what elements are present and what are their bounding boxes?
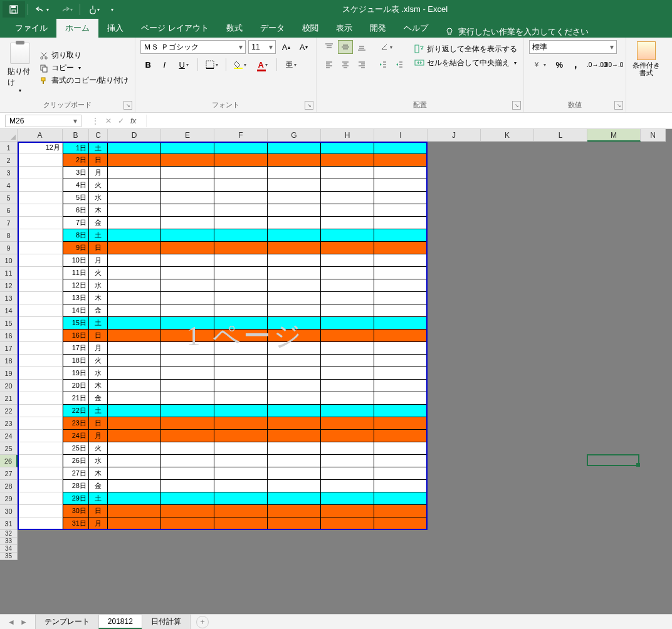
cell-J34[interactable]	[428, 545, 481, 553]
cell-D7[interactable]	[108, 217, 161, 229]
tab-home[interactable]: ホーム	[56, 19, 98, 38]
cell-N29[interactable]	[641, 492, 666, 505]
cell-B30[interactable]: 30日	[63, 505, 89, 517]
cell-G20[interactable]	[268, 380, 321, 392]
cell-I7[interactable]	[374, 217, 428, 229]
cell-L27[interactable]	[534, 467, 587, 480]
row-header-25[interactable]: 25	[0, 442, 18, 455]
cell-N16[interactable]	[641, 330, 666, 342]
cell-D12[interactable]	[108, 279, 161, 292]
cell-J29[interactable]	[428, 492, 481, 505]
cell-A27[interactable]	[18, 467, 63, 480]
cell-D33[interactable]	[108, 538, 161, 545]
tab-insert[interactable]: 挿入	[98, 19, 132, 38]
cell-B32[interactable]	[63, 530, 89, 538]
col-header-A[interactable]: A	[18, 129, 63, 142]
col-header-B[interactable]: B	[63, 129, 89, 142]
cell-G8[interactable]	[268, 229, 321, 242]
cell-B10[interactable]: 10日	[63, 254, 89, 267]
cell-H2[interactable]	[321, 154, 374, 167]
align-bottom-button[interactable]	[354, 40, 369, 54]
cell-B14[interactable]: 14日	[63, 304, 89, 317]
orientation-button[interactable]: ▾	[375, 40, 397, 54]
sheet-nav-prev[interactable]: ◄	[8, 618, 15, 626]
decrease-decimal-button[interactable]: .00→.0	[606, 58, 621, 71]
cell-B5[interactable]: 5日	[63, 192, 89, 204]
row-header-3[interactable]: 3	[0, 167, 18, 179]
cell-I16[interactable]	[374, 330, 428, 342]
cell-N34[interactable]	[641, 545, 666, 553]
cell-L20[interactable]	[534, 380, 587, 392]
cell-A16[interactable]	[18, 330, 63, 342]
cell-C30[interactable]: 日	[89, 505, 108, 517]
cell-K1[interactable]	[481, 142, 534, 154]
cell-F35[interactable]	[214, 553, 268, 560]
cell-F18[interactable]	[214, 355, 268, 367]
cell-C5[interactable]: 水	[89, 192, 108, 204]
cell-J28[interactable]	[428, 480, 481, 492]
cell-D8[interactable]	[108, 229, 161, 242]
cell-B18[interactable]: 18日	[63, 355, 89, 367]
cell-J27[interactable]	[428, 467, 481, 480]
cell-E4[interactable]	[161, 179, 214, 192]
cell-I21[interactable]	[374, 392, 428, 405]
cell-I9[interactable]	[374, 242, 428, 254]
paste-button[interactable]: 貼り付け ▾	[5, 40, 35, 96]
cell-K25[interactable]	[481, 442, 534, 455]
select-all-corner[interactable]	[0, 129, 18, 142]
cell-L1[interactable]	[534, 142, 587, 154]
cell-K27[interactable]	[481, 467, 534, 480]
cell-D21[interactable]	[108, 392, 161, 405]
touch-mode-button[interactable]: ▾	[83, 1, 105, 18]
cell-E3[interactable]	[161, 167, 214, 179]
cell-F29[interactable]	[214, 492, 268, 505]
cell-G35[interactable]	[268, 553, 321, 560]
cell-A13[interactable]	[18, 292, 63, 304]
cell-L12[interactable]	[534, 279, 587, 292]
cell-I26[interactable]	[374, 455, 428, 467]
cell-G10[interactable]	[268, 254, 321, 267]
cell-H31[interactable]	[321, 517, 374, 530]
cell-D34[interactable]	[108, 545, 161, 553]
cell-N21[interactable]	[641, 392, 666, 405]
cell-A33[interactable]	[18, 538, 63, 545]
qat-customize-button[interactable]: ▾	[107, 1, 118, 18]
cell-B17[interactable]: 17日	[63, 342, 89, 355]
cell-G5[interactable]	[268, 192, 321, 204]
cell-J4[interactable]	[428, 179, 481, 192]
cell-M32[interactable]	[587, 530, 641, 538]
cell-E33[interactable]	[161, 538, 214, 545]
cell-H32[interactable]	[321, 530, 374, 538]
cell-D31[interactable]	[108, 517, 161, 530]
align-middle-button[interactable]	[338, 40, 353, 54]
cell-E34[interactable]	[161, 545, 214, 553]
cell-K17[interactable]	[481, 342, 534, 355]
cell-M31[interactable]	[587, 517, 641, 530]
cell-N35[interactable]	[641, 553, 666, 560]
cell-E18[interactable]	[161, 355, 214, 367]
cell-I4[interactable]	[374, 179, 428, 192]
cell-E21[interactable]	[161, 392, 214, 405]
cell-H20[interactable]	[321, 380, 374, 392]
row-header-2[interactable]: 2	[0, 154, 18, 167]
cell-C13[interactable]: 木	[89, 292, 108, 304]
cell-E15[interactable]	[161, 317, 214, 330]
cell-K9[interactable]	[481, 242, 534, 254]
cell-J2[interactable]	[428, 154, 481, 167]
cell-M16[interactable]	[587, 330, 641, 342]
cell-K3[interactable]	[481, 167, 534, 179]
cell-I19[interactable]	[374, 367, 428, 380]
cell-F4[interactable]	[214, 179, 268, 192]
cell-G18[interactable]	[268, 355, 321, 367]
cell-D19[interactable]	[108, 367, 161, 380]
cell-M18[interactable]	[587, 355, 641, 367]
cell-L11[interactable]	[534, 267, 587, 279]
cell-B9[interactable]: 9日	[63, 242, 89, 254]
cell-N9[interactable]	[641, 242, 666, 254]
increase-font-button[interactable]: A▴	[278, 40, 293, 54]
cell-A26[interactable]	[18, 455, 63, 467]
font-color-button[interactable]: A▾	[252, 58, 273, 71]
cell-H10[interactable]	[321, 254, 374, 267]
number-format-combo[interactable]: 標準▾	[529, 40, 617, 54]
tab-formulas[interactable]: 数式	[218, 19, 251, 38]
